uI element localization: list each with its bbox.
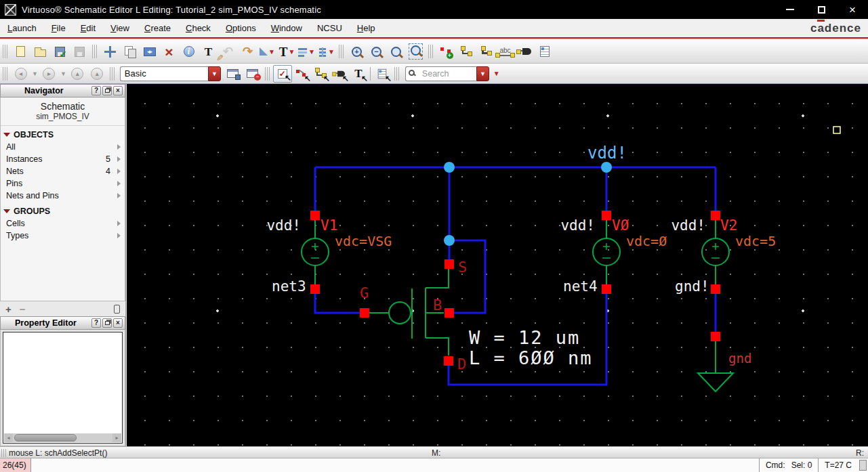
maximize-button[interactable] xyxy=(806,0,837,19)
zoom-fit-button[interactable] xyxy=(386,43,406,61)
copy-button[interactable] xyxy=(120,43,140,61)
move-button[interactable] xyxy=(100,43,120,61)
status-scroll-widget[interactable] xyxy=(859,460,867,471)
toolbar-grip[interactable] xyxy=(428,45,434,58)
tree-section-groups[interactable]: GROUPS xyxy=(1,205,125,217)
tree-item-types[interactable]: Types xyxy=(1,230,125,242)
label-select-mode-button[interactable]: T↖ xyxy=(349,65,368,83)
toolbar-grip[interactable] xyxy=(394,67,400,81)
delete-button[interactable]: × xyxy=(159,43,179,61)
expand-icon[interactable] xyxy=(117,181,121,186)
panel-toggle-icon[interactable] xyxy=(114,305,120,314)
menu-create[interactable]: Create xyxy=(137,20,178,36)
create-pin-button[interactable] xyxy=(515,43,535,61)
pin-select-mode-button[interactable]: ↖ xyxy=(330,65,349,83)
toolbar-grip[interactable] xyxy=(92,45,98,58)
search-options-arrow[interactable]: ▼ xyxy=(493,70,500,77)
tree-item-all[interactable]: All xyxy=(1,141,125,153)
toolbar-grip[interactable] xyxy=(339,45,344,58)
toolbar-grip[interactable] xyxy=(3,67,8,81)
undo-button[interactable]: ↶ xyxy=(218,43,238,61)
menu-ncsu[interactable]: NCSU xyxy=(310,20,350,36)
forward-button[interactable]: ▸ xyxy=(39,64,59,83)
align-button[interactable]: ▼ xyxy=(297,43,316,61)
partial-select-mode-button[interactable]: ↖ xyxy=(292,65,311,83)
tree-section-objects[interactable]: OBJECTS xyxy=(1,129,125,141)
save-button[interactable] xyxy=(70,43,89,61)
scroll-right-icon[interactable]: ▸ xyxy=(112,433,121,442)
query-properties-button[interactable]: i xyxy=(179,43,199,61)
navigator-header[interactable]: Navigator ? × xyxy=(0,84,125,98)
forward-menu-arrow[interactable]: ▼ xyxy=(60,70,66,77)
check-and-save-button[interactable]: ✓ xyxy=(50,43,70,61)
property-select-mode-button[interactable]: ↖ xyxy=(373,65,392,83)
workspace-dropdown-button[interactable]: ▼ xyxy=(208,66,221,81)
property-editor-content[interactable]: ◂ ▸ xyxy=(3,332,123,444)
navigator-help-button[interactable]: ? xyxy=(91,86,101,95)
schematic-canvas[interactable]: vdd! vdd! net3 vdd! net4 vdd! gnd! V1 VØ… xyxy=(127,84,868,446)
property-editor-help-button[interactable]: ? xyxy=(91,318,101,328)
mosfet-parameters[interactable]: W = 12 um L = 6ØØ nm xyxy=(469,327,593,368)
minimize-button[interactable] xyxy=(774,0,806,19)
tree-item-instances[interactable]: Instances5 xyxy=(1,153,125,165)
delete-workspace-button[interactable]: − xyxy=(243,64,262,83)
up-button[interactable]: ▴ xyxy=(68,64,87,83)
menu-check[interactable]: Check xyxy=(178,20,218,36)
remove-button[interactable]: − xyxy=(20,303,26,315)
new-button[interactable] xyxy=(11,43,30,61)
menu-help[interactable]: Help xyxy=(350,20,383,36)
navigator-close-button[interactable]: × xyxy=(113,86,123,95)
zoom-in-button[interactable]: + xyxy=(347,43,367,61)
menu-edit[interactable]: Edit xyxy=(73,20,103,36)
expand-icon[interactable] xyxy=(117,156,121,162)
create-wire-button[interactable] xyxy=(456,43,476,61)
property-editor-header[interactable]: Property Editor ? × xyxy=(0,316,125,330)
close-button[interactable]: × xyxy=(837,0,868,19)
back-menu-arrow[interactable]: ▼ xyxy=(32,70,38,77)
create-instance-button[interactable] xyxy=(436,43,456,61)
expand-icon[interactable] xyxy=(117,193,121,198)
edit-properties-button[interactable]: T✎ xyxy=(199,43,218,61)
expand-icon[interactable] xyxy=(117,144,121,150)
menu-options[interactable]: Options xyxy=(218,20,264,36)
redo-button[interactable]: ↷ xyxy=(238,43,257,61)
add-button[interactable]: + xyxy=(5,303,12,315)
tree-item-nets-and-pins[interactable]: Nets and Pins xyxy=(1,190,125,202)
property-editor-float-button[interactable] xyxy=(102,318,112,328)
tree-item-pins[interactable]: Pins xyxy=(1,177,125,190)
instance-values[interactable]: vdc=VSG vdc=Ø vdc=5 xyxy=(335,233,776,249)
open-button[interactable] xyxy=(30,43,50,61)
scroll-thumb[interactable] xyxy=(14,434,77,442)
select-mode-button[interactable]: ✓↖ xyxy=(273,65,292,83)
zoom-to-selected-button[interactable] xyxy=(406,43,426,61)
expand-icon[interactable] xyxy=(117,221,121,226)
create-wide-wire-button[interactable] xyxy=(476,43,495,61)
distribute-button[interactable]: ▼ xyxy=(316,43,336,61)
zoom-out-button[interactable]: − xyxy=(367,43,386,61)
stretch-button[interactable]: ◂▸ xyxy=(140,43,159,61)
create-note-button[interactable] xyxy=(535,43,554,61)
toolbar-grip[interactable] xyxy=(3,45,8,58)
top-button[interactable]: ▴ xyxy=(87,64,107,83)
create-wire-name-button[interactable]: abc xyxy=(495,43,515,61)
expand-icon[interactable] xyxy=(117,169,121,174)
menu-view[interactable]: View xyxy=(103,20,137,36)
menu-file[interactable]: File xyxy=(44,20,73,36)
tree-item-nets[interactable]: Nets4 xyxy=(1,165,125,177)
save-workspace-button[interactable] xyxy=(223,64,243,83)
scroll-left-icon[interactable]: ◂ xyxy=(4,433,13,442)
menu-window[interactable]: Window xyxy=(264,20,310,36)
menu-launch[interactable]: Launch xyxy=(0,20,44,36)
expand-icon[interactable] xyxy=(117,233,121,238)
toolbar-grip[interactable] xyxy=(110,67,115,81)
back-button[interactable]: ◂ xyxy=(11,64,30,83)
search-input[interactable] xyxy=(405,66,476,81)
property-editor-close-button[interactable]: × xyxy=(113,318,123,328)
navigator-float-button[interactable] xyxy=(102,86,112,95)
tree-item-cells[interactable]: Cells xyxy=(1,217,125,230)
search-dropdown-button[interactable]: ▼ xyxy=(476,66,489,81)
text-style-button[interactable]: T▼ xyxy=(277,43,297,61)
workspace-combo[interactable]: Basic ▼ xyxy=(120,66,221,81)
wire-select-mode-button[interactable]: ↖ xyxy=(311,65,330,83)
toolbar-grip[interactable] xyxy=(265,67,270,81)
